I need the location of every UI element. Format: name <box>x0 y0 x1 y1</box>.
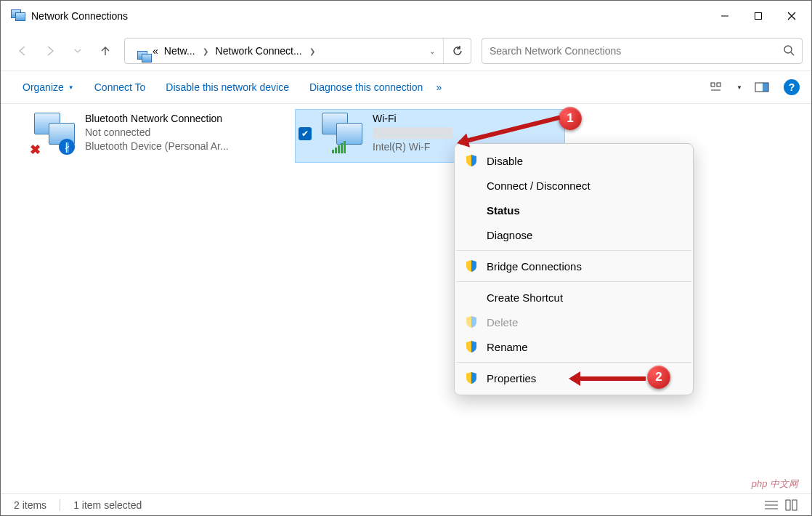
forward-button[interactable] <box>37 38 63 64</box>
view-dropdown[interactable]: ▼ <box>733 74 746 100</box>
menu-label: Delete <box>487 316 518 328</box>
menu-label: Create Shortcut <box>487 291 563 304</box>
menu-label: Bridge Connections <box>487 260 582 273</box>
selected-check-icon[interactable]: ✔ <box>299 127 312 140</box>
connect-to-button[interactable]: Connect To <box>84 71 156 103</box>
nav-bar: « Netw... ❯ Network Connect... ❯ ⌄ <box>1 31 811 70</box>
preview-pane-button[interactable] <box>749 74 775 100</box>
maximize-button[interactable] <box>742 4 775 28</box>
adapter-status <box>373 127 452 139</box>
svg-line-5 <box>791 52 794 55</box>
adapter-device: Bluetooth Device (Personal Ar... <box>85 140 293 152</box>
connect-label: Connect To <box>94 81 146 93</box>
wifi-adapter-icon <box>317 113 368 155</box>
shield-icon <box>465 371 478 384</box>
adapter-status: Not connected <box>85 126 293 138</box>
menu-separator <box>456 362 691 363</box>
diagnose-label: Diagnose this connection <box>309 81 423 93</box>
overflow-button[interactable]: » <box>433 71 444 103</box>
disconnected-x-icon: ✖ <box>30 142 41 153</box>
menu-diagnose[interactable]: Diagnose <box>455 222 693 247</box>
menu-status[interactable]: Status <box>455 198 693 222</box>
breadcrumb-1[interactable]: Netw... <box>161 45 198 57</box>
command-bar: Organize▼ Connect To Disable this networ… <box>1 70 811 104</box>
breadcrumb-2[interactable]: Network Connect... <box>213 45 305 57</box>
menu-label: Properties <box>487 372 536 384</box>
minimize-button[interactable] <box>708 4 742 28</box>
shield-icon <box>465 259 478 273</box>
svg-rect-15 <box>792 500 797 510</box>
chevron-down-icon: ▼ <box>68 84 74 91</box>
svg-rect-10 <box>763 83 768 92</box>
breadcrumb[interactable]: « Netw... ❯ Network Connect... ❯ <box>150 45 421 57</box>
menu-label: Rename <box>487 341 528 353</box>
context-menu: Disable Connect / Disconnect Status Diag… <box>454 143 694 395</box>
status-separator <box>60 499 60 511</box>
annotation-badge-2: 2 <box>647 366 670 389</box>
annotation-badge-1: 1 <box>559 107 582 130</box>
menu-label: Status <box>487 204 520 217</box>
address-dropdown[interactable]: ⌄ <box>421 47 443 55</box>
menu-label: Connect / Disconnect <box>487 180 590 192</box>
menu-label: Disable <box>487 155 523 167</box>
bluetooth-adapter-icon: ✖ ∦ <box>30 113 81 155</box>
menu-bridge[interactable]: Bridge Connections <box>455 254 693 278</box>
menu-create-shortcut[interactable]: Create Shortcut <box>455 285 693 310</box>
view-options-button[interactable] <box>704 74 730 100</box>
organize-label: Organize <box>23 81 64 93</box>
refresh-button[interactable] <box>443 39 471 63</box>
search-icon[interactable] <box>783 44 795 58</box>
menu-disable[interactable]: Disable <box>455 148 693 173</box>
svg-rect-14 <box>786 500 790 510</box>
svg-rect-6 <box>711 83 715 86</box>
menu-delete: Delete <box>455 310 693 334</box>
disable-label: Disable this network device <box>166 81 289 93</box>
menu-connect-disconnect[interactable]: Connect / Disconnect <box>455 173 693 198</box>
network-icon <box>11 9 24 23</box>
status-bar: 2 items 1 item selected <box>1 493 811 515</box>
disable-device-button[interactable]: Disable this network device <box>155 71 299 103</box>
organize-menu[interactable]: Organize▼ <box>12 71 84 103</box>
chevron-right-icon[interactable]: ❯ <box>305 47 320 55</box>
title-bar: Network Connections <box>1 1 811 31</box>
large-icons-view-icon[interactable] <box>785 499 798 511</box>
back-button[interactable] <box>9 38 36 64</box>
details-view-icon[interactable] <box>765 499 778 511</box>
overflow-label: » <box>436 81 442 93</box>
up-button[interactable] <box>92 38 118 64</box>
menu-separator <box>456 281 691 282</box>
search-input[interactable] <box>490 45 783 57</box>
watermark: php 中文网 <box>752 477 798 491</box>
shield-icon <box>465 154 478 167</box>
svg-point-4 <box>784 46 792 53</box>
menu-separator <box>456 250 691 251</box>
status-selected-count: 1 item selected <box>73 499 142 511</box>
diagnose-button[interactable]: Diagnose this connection <box>299 71 433 103</box>
help-button[interactable]: ? <box>784 79 800 95</box>
annotation-arrow-2 <box>572 376 646 381</box>
bluetooth-badge-icon: ∦ <box>59 139 75 155</box>
svg-rect-1 <box>755 13 762 20</box>
adapter-name: Bluetooth Network Connection <box>85 113 293 124</box>
view-mode-icons[interactable] <box>765 499 798 511</box>
svg-rect-7 <box>717 83 720 86</box>
address-bar[interactable]: « Netw... ❯ Network Connect... ❯ ⌄ <box>124 38 471 64</box>
close-button[interactable] <box>775 4 808 28</box>
shield-icon <box>465 340 478 353</box>
menu-label: Diagnose <box>487 229 532 241</box>
menu-rename[interactable]: Rename <box>455 334 693 359</box>
recent-dropdown[interactable] <box>65 38 91 64</box>
adapter-bluetooth[interactable]: ✖ ∦ Bluetooth Network Connection Not con… <box>27 110 296 162</box>
chevron-right-icon[interactable]: ❯ <box>198 47 213 55</box>
search-box[interactable] <box>482 38 803 64</box>
shield-icon <box>465 315 478 328</box>
signal-bars-icon <box>332 141 346 153</box>
status-item-count: 2 items <box>14 499 46 511</box>
window-title: Network Connections <box>31 10 708 22</box>
